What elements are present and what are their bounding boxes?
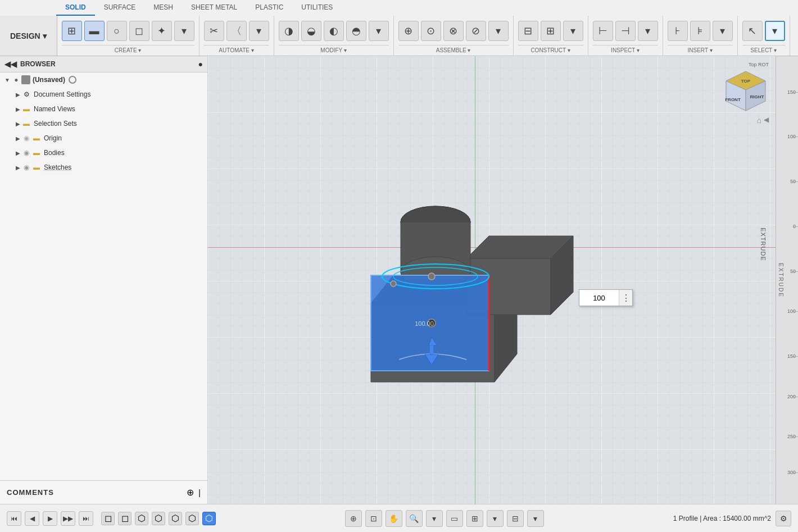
eye-icon-bodies[interactable]: ◉ (21, 148, 31, 158)
expand-arrow-named-views[interactable]: ▶ (16, 106, 20, 112)
automate-icon-1[interactable]: ✂ (204, 21, 224, 41)
assemble-icon-2[interactable]: ⊙ (421, 21, 441, 41)
insert-label: INSERT ▾ (668, 45, 733, 53)
settings-icon[interactable]: ⚙ (776, 511, 791, 526)
browser-item-origin[interactable]: ▶ ◉ ▬ Origin (0, 131, 207, 145)
construct-more-icon[interactable]: ▾ (563, 21, 583, 41)
playback-next-btn[interactable]: ▶▶ (61, 511, 75, 526)
comments-panel: COMMENTS ⊕ | (0, 480, 208, 504)
select-more-icon[interactable]: ▾ (765, 21, 785, 41)
expand-arrow-sketches[interactable]: ▶ (16, 165, 20, 171)
browser-item-named-views[interactable]: ▶ ▬ Named Views (0, 102, 207, 116)
create-hole-icon[interactable]: ✦ (152, 21, 172, 41)
inspect-icon-1[interactable]: ⊢ (593, 21, 613, 41)
pan-icon[interactable]: ⊡ (365, 510, 382, 527)
dimension-menu-button[interactable]: ⋮ (619, 290, 632, 306)
playback-play-btn[interactable]: ▶ (43, 511, 57, 526)
expand-arrow-origin[interactable]: ▶ (16, 135, 20, 142)
create-new-component-icon[interactable]: ⊞ (62, 21, 82, 41)
automate-icon-3[interactable]: ▾ (249, 21, 269, 41)
expand-arrow-selection-sets[interactable]: ▶ (16, 121, 20, 127)
timeline-item-2[interactable]: ◻ (118, 512, 132, 525)
tab-sheet-metal[interactable]: SHEET METAL (182, 0, 246, 16)
tab-utilities[interactable]: UTILITIES (292, 0, 342, 16)
tab-plastic[interactable]: PLASTIC (246, 0, 292, 16)
insert-icon-1[interactable]: ⊦ (668, 21, 688, 41)
grid-more-icon[interactable]: ▾ (487, 510, 504, 527)
timeline-item-3[interactable]: ⬡ (135, 512, 148, 525)
construct-icon-1[interactable]: ⊟ (518, 21, 538, 41)
view-more-icon[interactable]: ▾ (527, 510, 544, 527)
tab-surface[interactable]: SURFACE (95, 0, 145, 16)
doc-settings-label: Document Settings (34, 90, 90, 98)
inspect-more-icon[interactable]: ▾ (638, 21, 658, 41)
browser-collapse-icon[interactable]: ◀◀ (4, 60, 17, 69)
create-revolve-icon[interactable]: ◻ (129, 21, 149, 41)
insert-icon-2[interactable]: ⊧ (690, 21, 710, 41)
modify-icon-2[interactable]: ◒ (301, 21, 321, 41)
hand-icon[interactable]: ✋ (386, 510, 402, 527)
create-more-icon[interactable]: ▾ (174, 21, 194, 41)
grid-icon[interactable]: ⊞ (466, 510, 483, 527)
zoom-more-icon[interactable]: ▾ (426, 510, 443, 527)
display-mode-icon[interactable]: ▭ (446, 510, 463, 527)
modify-more-icon[interactable]: ▾ (369, 21, 389, 41)
comments-add-icon[interactable]: ⊕ (187, 487, 194, 498)
browser-item-sketches[interactable]: ▶ ◉ ▬ Sketches (0, 160, 207, 175)
select-cursor-icon[interactable]: ↖ (742, 21, 763, 41)
assemble-icon-4[interactable]: ⊘ (466, 21, 486, 41)
expand-arrow-unsaved[interactable]: ▼ (4, 77, 10, 83)
comments-collapse-icon[interactable]: | (198, 488, 201, 497)
modify-icon-4[interactable]: ◓ (346, 21, 366, 41)
browser-header: ◀◀ BROWSER ● (0, 56, 207, 72)
zoom-icon[interactable]: 🔍 (406, 510, 423, 527)
playback-last-btn[interactable]: ⏭ (79, 511, 93, 526)
timeline-item-7-active[interactable]: ⬡ (202, 512, 216, 525)
expand-arrow-doc-settings[interactable]: ▶ (16, 92, 20, 98)
eye-icon-sketches[interactable]: ◉ (21, 162, 31, 172)
automate-icon-2[interactable]: 〈 (226, 21, 247, 41)
viewport-tools: ⊕ ⊡ ✋ 🔍 ▾ ▭ ⊞ ▾ ⊟ ▾ (345, 510, 544, 527)
timeline-item-5[interactable]: ⬡ (169, 512, 182, 525)
playback-prev-btn[interactable]: ◀ (25, 511, 39, 526)
expand-arrow-bodies[interactable]: ▶ (16, 150, 20, 156)
modify-icon-1[interactable]: ◑ (279, 21, 299, 41)
design-button[interactable]: DESIGN ▾ (0, 16, 57, 56)
tab-mesh[interactable]: MESH (144, 0, 182, 16)
automate-label: AUTOMATE ▾ (204, 45, 269, 53)
create-sketch-icon[interactable]: ▬ (84, 21, 105, 41)
construct-icon-2[interactable]: ⊞ (541, 21, 561, 41)
timeline-item-4[interactable]: ⬡ (152, 512, 165, 525)
inspect-icon-2[interactable]: ⊣ (615, 21, 636, 41)
viewcube: Top ROT TOP FRONT RIGHT ⌂ ◀ (715, 62, 771, 126)
modify-icon-3[interactable]: ◐ (324, 21, 344, 41)
gear-icon-doc-settings: ⚙ (21, 89, 31, 99)
assemble-icon-3[interactable]: ⊗ (443, 21, 464, 41)
folder-icon-origin: ▬ (31, 133, 42, 143)
doc-icon-unsaved (21, 75, 30, 84)
viewcube-svg[interactable]: TOP FRONT RIGHT (720, 69, 771, 119)
eye-off-icon-origin[interactable]: ◉ (21, 133, 31, 143)
timeline-item-1[interactable]: ◻ (101, 512, 115, 525)
browser-item-bodies[interactable]: ▶ ◉ ▬ Bodies (0, 145, 207, 160)
dimension-input-field[interactable]: 100 (579, 292, 619, 304)
orbit-icon[interactable]: ⊕ (345, 510, 362, 527)
toolbar-section-create: ⊞ ▬ ○ ◻ ✦ ▾ CREATE ▾ (57, 16, 200, 56)
ruler-tick-0 (794, 226, 798, 227)
assemble-more-icon[interactable]: ▾ (488, 21, 509, 41)
insert-more-icon[interactable]: ▾ (713, 21, 733, 41)
browser-item-doc-settings[interactable]: ▶ ⚙ Document Settings (0, 87, 207, 102)
browser-pin-icon[interactable]: ● (198, 60, 203, 69)
browser-item-unsaved[interactable]: ▼ ● (Unsaved) (0, 72, 207, 87)
timeline-item-6[interactable]: ⬡ (185, 512, 199, 525)
playback-first-btn[interactable]: ⏮ (7, 511, 21, 526)
assemble-icon-1[interactable]: ⊕ (398, 21, 419, 41)
eye-icon-unsaved[interactable]: ● (11, 75, 21, 85)
create-extrude-icon[interactable]: ○ (107, 21, 127, 41)
viewcube-box[interactable]: TOP FRONT RIGHT (720, 69, 765, 113)
tab-solid[interactable]: SOLID (56, 0, 95, 16)
view-icon[interactable]: ⊟ (507, 510, 524, 527)
tab-bar: SOLID SURFACE MESH SHEET METAL PLASTIC U… (56, 0, 342, 16)
browser-item-selection-sets[interactable]: ▶ ▬ Selection Sets (0, 116, 207, 131)
toolbar-section-inspect: ⊢ ⊣ ▾ INSPECT ▾ (588, 16, 663, 56)
